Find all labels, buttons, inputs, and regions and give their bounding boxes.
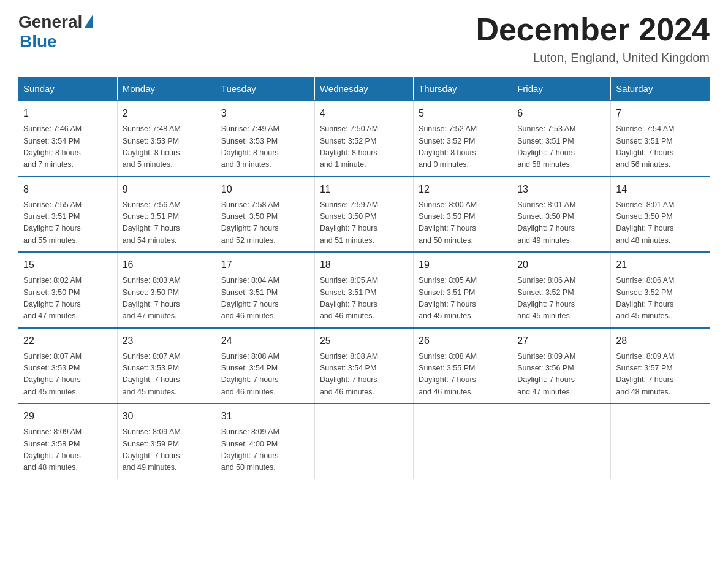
calendar-cell-26: 26Sunrise: 8:08 AM Sunset: 3:55 PM Dayli… [414, 328, 512, 404]
calendar-header-sunday: Sunday [18, 77, 117, 101]
calendar-cell-empty [414, 404, 512, 479]
calendar-cell-29: 29Sunrise: 8:09 AM Sunset: 3:58 PM Dayli… [18, 404, 117, 479]
calendar-cell-12: 12Sunrise: 8:00 AM Sunset: 3:50 PM Dayli… [414, 177, 512, 253]
day-number: 4 [320, 106, 408, 121]
day-number: 9 [123, 182, 211, 197]
day-number: 1 [23, 106, 112, 121]
calendar-cell-5: 5Sunrise: 7:52 AM Sunset: 3:52 PM Daylig… [414, 101, 512, 177]
day-info: Sunrise: 7:48 AM Sunset: 3:53 PM Dayligh… [123, 123, 211, 171]
calendar-body: 1Sunrise: 7:46 AM Sunset: 3:54 PM Daylig… [18, 101, 710, 479]
day-number: 7 [616, 106, 705, 121]
day-number: 24 [221, 334, 309, 348]
calendar-cell-18: 18Sunrise: 8:05 AM Sunset: 3:51 PM Dayli… [314, 252, 413, 328]
calendar-cell-20: 20Sunrise: 8:06 AM Sunset: 3:52 PM Dayli… [512, 252, 611, 328]
calendar-cell-16: 16Sunrise: 8:03 AM Sunset: 3:50 PM Dayli… [117, 252, 216, 328]
logo-blue-text: Blue [20, 32, 57, 52]
day-info: Sunrise: 7:49 AM Sunset: 3:53 PM Dayligh… [221, 123, 309, 171]
calendar-cell-7: 7Sunrise: 7:54 AM Sunset: 3:51 PM Daylig… [611, 101, 710, 177]
day-info: Sunrise: 7:54 AM Sunset: 3:51 PM Dayligh… [616, 123, 705, 171]
day-number: 22 [23, 334, 112, 348]
day-info: Sunrise: 7:46 AM Sunset: 3:54 PM Dayligh… [23, 123, 112, 171]
logo-triangle-icon [85, 14, 93, 28]
calendar-header: SundayMondayTuesdayWednesdayThursdayFrid… [18, 77, 710, 101]
calendar-week-row-2: 8Sunrise: 7:55 AM Sunset: 3:51 PM Daylig… [18, 177, 710, 253]
title-section: December 2024 Luton, England, United Kin… [476, 12, 710, 65]
day-info: Sunrise: 8:05 AM Sunset: 3:51 PM Dayligh… [320, 275, 408, 323]
day-number: 5 [419, 106, 507, 121]
day-number: 30 [123, 409, 211, 424]
day-info: Sunrise: 8:03 AM Sunset: 3:50 PM Dayligh… [123, 275, 211, 323]
calendar-cell-30: 30Sunrise: 8:09 AM Sunset: 3:59 PM Dayli… [117, 404, 216, 479]
day-number: 10 [221, 182, 309, 197]
calendar-cell-23: 23Sunrise: 8:07 AM Sunset: 3:53 PM Dayli… [117, 328, 216, 404]
calendar-cell-22: 22Sunrise: 8:07 AM Sunset: 3:53 PM Dayli… [18, 328, 117, 404]
calendar-cell-24: 24Sunrise: 8:08 AM Sunset: 3:54 PM Dayli… [216, 328, 314, 404]
calendar-cell-empty [314, 404, 413, 479]
day-number: 16 [123, 258, 211, 272]
day-info: Sunrise: 7:58 AM Sunset: 3:50 PM Dayligh… [221, 199, 309, 247]
day-number: 18 [320, 258, 408, 272]
calendar-week-row-3: 15Sunrise: 8:02 AM Sunset: 3:50 PM Dayli… [18, 252, 710, 328]
day-info: Sunrise: 8:07 AM Sunset: 3:53 PM Dayligh… [123, 351, 211, 399]
day-number: 27 [517, 334, 605, 348]
calendar-header-monday: Monday [117, 77, 216, 101]
day-number: 13 [517, 182, 605, 197]
day-info: Sunrise: 8:09 AM Sunset: 3:57 PM Dayligh… [616, 351, 705, 399]
calendar-cell-25: 25Sunrise: 8:08 AM Sunset: 3:54 PM Dayli… [314, 328, 413, 404]
logo: General Blue [18, 12, 93, 52]
calendar-cell-10: 10Sunrise: 7:58 AM Sunset: 3:50 PM Dayli… [216, 177, 314, 253]
day-info: Sunrise: 7:55 AM Sunset: 3:51 PM Dayligh… [23, 199, 112, 247]
day-number: 21 [616, 258, 705, 272]
day-info: Sunrise: 8:02 AM Sunset: 3:50 PM Dayligh… [23, 275, 112, 323]
calendar-cell-2: 2Sunrise: 7:48 AM Sunset: 3:53 PM Daylig… [117, 101, 216, 177]
calendar-cell-27: 27Sunrise: 8:09 AM Sunset: 3:56 PM Dayli… [512, 328, 611, 404]
day-info: Sunrise: 7:52 AM Sunset: 3:52 PM Dayligh… [419, 123, 507, 171]
day-info: Sunrise: 8:00 AM Sunset: 3:50 PM Dayligh… [419, 199, 507, 247]
calendar-cell-9: 9Sunrise: 7:56 AM Sunset: 3:51 PM Daylig… [117, 177, 216, 253]
day-number: 11 [320, 182, 408, 197]
calendar-cell-11: 11Sunrise: 7:59 AM Sunset: 3:50 PM Dayli… [314, 177, 413, 253]
day-info: Sunrise: 7:50 AM Sunset: 3:52 PM Dayligh… [320, 123, 408, 171]
day-number: 29 [23, 409, 112, 424]
day-info: Sunrise: 8:09 AM Sunset: 3:56 PM Dayligh… [517, 351, 605, 399]
calendar-cell-31: 31Sunrise: 8:09 AM Sunset: 4:00 PM Dayli… [216, 404, 314, 479]
calendar-cell-14: 14Sunrise: 8:01 AM Sunset: 3:50 PM Dayli… [611, 177, 710, 253]
day-info: Sunrise: 8:07 AM Sunset: 3:53 PM Dayligh… [23, 351, 112, 399]
day-info: Sunrise: 8:05 AM Sunset: 3:51 PM Dayligh… [419, 275, 507, 323]
day-info: Sunrise: 8:01 AM Sunset: 3:50 PM Dayligh… [517, 199, 605, 247]
calendar-week-row-1: 1Sunrise: 7:46 AM Sunset: 3:54 PM Daylig… [18, 101, 710, 177]
day-number: 20 [517, 258, 605, 272]
location-subtitle: Luton, England, United Kingdom [476, 51, 710, 65]
calendar-header-row: SundayMondayTuesdayWednesdayThursdayFrid… [18, 77, 710, 101]
day-info: Sunrise: 8:08 AM Sunset: 3:55 PM Dayligh… [419, 351, 507, 399]
calendar-cell-13: 13Sunrise: 8:01 AM Sunset: 3:50 PM Dayli… [512, 177, 611, 253]
calendar-cell-28: 28Sunrise: 8:09 AM Sunset: 3:57 PM Dayli… [611, 328, 710, 404]
day-number: 25 [320, 334, 408, 348]
calendar-header-tuesday: Tuesday [216, 77, 314, 101]
calendar-week-row-5: 29Sunrise: 8:09 AM Sunset: 3:58 PM Dayli… [18, 404, 710, 479]
day-info: Sunrise: 8:06 AM Sunset: 3:52 PM Dayligh… [517, 275, 605, 323]
page-header: General Blue December 2024 Luton, Englan… [18, 12, 710, 65]
day-number: 3 [221, 106, 309, 121]
day-info: Sunrise: 7:59 AM Sunset: 3:50 PM Dayligh… [320, 199, 408, 247]
calendar-header-saturday: Saturday [611, 77, 710, 101]
calendar-cell-4: 4Sunrise: 7:50 AM Sunset: 3:52 PM Daylig… [314, 101, 413, 177]
day-number: 15 [23, 258, 112, 272]
day-number: 28 [616, 334, 705, 348]
day-number: 6 [517, 106, 605, 121]
day-number: 8 [23, 182, 112, 197]
day-info: Sunrise: 8:01 AM Sunset: 3:50 PM Dayligh… [616, 199, 705, 247]
day-number: 12 [419, 182, 507, 197]
calendar-header-thursday: Thursday [414, 77, 512, 101]
calendar-cell-empty [611, 404, 710, 479]
calendar-cell-8: 8Sunrise: 7:55 AM Sunset: 3:51 PM Daylig… [18, 177, 117, 253]
day-info: Sunrise: 8:04 AM Sunset: 3:51 PM Dayligh… [221, 275, 309, 323]
day-info: Sunrise: 8:08 AM Sunset: 3:54 PM Dayligh… [221, 351, 309, 399]
calendar-cell-19: 19Sunrise: 8:05 AM Sunset: 3:51 PM Dayli… [414, 252, 512, 328]
day-number: 26 [419, 334, 507, 348]
day-info: Sunrise: 7:53 AM Sunset: 3:51 PM Dayligh… [517, 123, 605, 171]
calendar-header-friday: Friday [512, 77, 611, 101]
day-number: 14 [616, 182, 705, 197]
day-number: 31 [221, 409, 309, 424]
day-info: Sunrise: 8:09 AM Sunset: 4:00 PM Dayligh… [221, 426, 309, 474]
